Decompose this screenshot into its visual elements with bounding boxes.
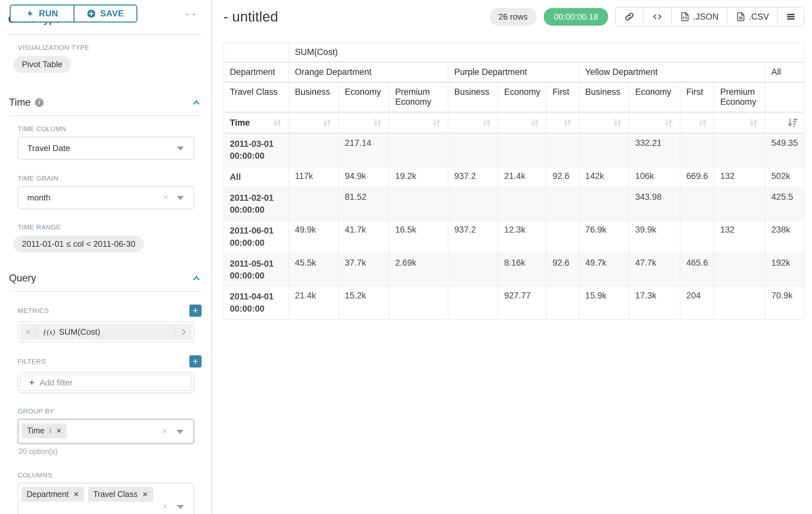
row-label: 2011-06-01 00:00:00 xyxy=(224,221,289,254)
remove-tag-icon[interactable]: ✕ xyxy=(74,491,79,498)
pivot-metric-row: SUM(Cost) xyxy=(224,43,804,63)
department-header: Purple Department xyxy=(448,63,579,83)
sort-up-down-icon xyxy=(529,117,540,128)
chart-title[interactable]: - untitled xyxy=(223,9,278,25)
row-label: 2011-05-01 00:00:00 xyxy=(224,254,289,287)
columns-tag[interactable]: Travel Class✕ xyxy=(88,487,153,502)
pivot-cell: 17.3k xyxy=(629,287,680,319)
travel-class-header: Business xyxy=(448,83,498,113)
department-header: Orange Department xyxy=(289,63,448,83)
pivot-cell: 332.21 xyxy=(629,134,680,167)
pivot-cell: 49.7k xyxy=(579,254,629,287)
pivot-cell: 927.77 xyxy=(498,287,547,319)
sort-up-down-icon xyxy=(322,117,332,128)
sort-toggle[interactable] xyxy=(339,113,389,134)
remove-tag-icon[interactable]: ✕ xyxy=(142,491,148,498)
group-by-tag[interactable]: Timei✕ xyxy=(22,423,67,438)
sort-toggle[interactable] xyxy=(715,113,765,134)
remove-tag-icon[interactable]: ✕ xyxy=(56,427,62,435)
clear-icon[interactable]: × xyxy=(162,502,168,511)
sort-toggle[interactable] xyxy=(289,113,339,134)
chart-header-tools: 26 rows 00:00:00.18 .JSON .CSV xyxy=(489,7,804,26)
sort-toggle[interactable] xyxy=(579,113,629,134)
time-section-title: Time xyxy=(9,97,31,108)
pivot-cell: 937.2 xyxy=(448,221,498,254)
travel-class-header: First xyxy=(547,83,579,113)
query-section-header[interactable]: Query xyxy=(9,272,201,284)
group-by-select[interactable]: Timei✕× xyxy=(18,419,194,444)
pivot-cell: 192k xyxy=(765,254,804,287)
time-column-select[interactable]: Travel Date xyxy=(18,137,194,160)
function-icon: ƒ(x) xyxy=(43,328,55,336)
expand-metric-button[interactable] xyxy=(175,324,192,340)
plus-circle-icon xyxy=(87,9,96,18)
pivot-cell: 8.16k xyxy=(498,254,547,287)
time-dim-sort-cell[interactable]: Time xyxy=(224,113,289,134)
pivot-department-row: DepartmentOrange DepartmentPurple Depart… xyxy=(224,63,804,83)
run-button-label: RUN xyxy=(39,9,58,19)
sort-toggle[interactable] xyxy=(629,113,680,134)
pivot-cell: 549.35 xyxy=(765,134,804,167)
clear-icon[interactable]: × xyxy=(163,192,169,202)
add-filter-button[interactable]: + Add filter xyxy=(20,375,192,390)
add-filter-plus-button[interactable]: + xyxy=(190,355,202,368)
pivot-cell xyxy=(547,287,579,319)
pivot-cell: 21.4k xyxy=(289,287,339,319)
metric-name: SUM(Cost) xyxy=(59,327,100,337)
visualization-type-value[interactable]: Pivot Table xyxy=(13,56,71,73)
pivot-cell xyxy=(448,188,498,221)
export-csv-button[interactable]: .CSV xyxy=(728,8,778,26)
department-dim-label: Department xyxy=(224,63,289,83)
pivot-cell: 16.5k xyxy=(389,221,448,254)
sort-toggle[interactable] xyxy=(680,113,715,134)
metric-label: ƒ(x) SUM(Cost) xyxy=(37,324,175,340)
add-metric-button[interactable]: + xyxy=(190,304,202,317)
time-range-value[interactable]: 2011-01-01 ≤ col < 2011-06-30 xyxy=(13,236,144,252)
pivot-cell: 37.7k xyxy=(339,254,389,287)
travel-class-header: First xyxy=(680,83,715,113)
filters-label: FILTERS xyxy=(18,357,46,365)
pivot-cell: 12.3k xyxy=(498,221,547,254)
row-label: 2011-03-01 00:00:00 xyxy=(224,134,289,167)
save-button-label: SAVE xyxy=(100,9,124,19)
pivot-cell: 39.9k xyxy=(629,221,680,254)
pivot-cell xyxy=(579,188,629,221)
group-by-options-hint: 20 option(s) xyxy=(19,447,211,456)
pivot-cell: 142k xyxy=(579,167,629,188)
pivot-cell xyxy=(498,134,547,167)
chevron-up-icon[interactable] xyxy=(192,273,201,283)
metric-pill[interactable]: × ƒ(x) SUM(Cost) xyxy=(20,324,192,340)
remove-metric-icon[interactable]: × xyxy=(20,324,37,340)
table-row: 2011-04-01 00:00:0021.4k15.2k927.7715.9k… xyxy=(224,287,804,319)
time-grain-select[interactable]: month × xyxy=(18,186,194,209)
sort-up-down-icon xyxy=(562,117,573,128)
sort-toggle[interactable] xyxy=(547,113,579,134)
pivot-cell: 132 xyxy=(715,167,765,188)
copy-link-button[interactable] xyxy=(616,8,643,26)
travel-class-header xyxy=(765,83,804,113)
columns-select[interactable]: Department✕Travel Class✕× xyxy=(18,483,194,514)
sort-toggle[interactable] xyxy=(765,113,804,134)
view-query-button[interactable] xyxy=(643,8,672,26)
columns-tag[interactable]: Department✕ xyxy=(22,487,84,502)
pivot-cell: 49.9k xyxy=(289,221,339,254)
sort-toggle[interactable] xyxy=(389,113,448,134)
sort-toggle[interactable] xyxy=(448,113,498,134)
more-options-button[interactable] xyxy=(778,8,804,26)
panel-resize-dots[interactable] xyxy=(186,13,195,16)
pivot-cell: 15.2k xyxy=(339,287,389,319)
pivot-cell: 92.6 xyxy=(547,167,579,188)
pivot-table: SUM(Cost)DepartmentOrange DepartmentPurp… xyxy=(223,43,804,320)
time-section-header[interactable]: Time i xyxy=(9,97,201,108)
run-button[interactable]: RUN xyxy=(10,5,74,22)
sort-toggle[interactable] xyxy=(498,113,547,134)
clear-icon[interactable]: × xyxy=(162,426,168,436)
export-json-button[interactable]: .JSON xyxy=(672,8,728,26)
save-button[interactable]: SAVE xyxy=(74,5,137,22)
pivot-cell: 76.9k xyxy=(579,221,629,254)
pivot-cell: 2.69k xyxy=(389,254,448,287)
pivot-cell: 217.14 xyxy=(339,134,389,167)
chevron-up-icon[interactable] xyxy=(192,98,201,107)
time-grain-value: month xyxy=(27,193,50,203)
pivot-cell xyxy=(680,188,715,221)
